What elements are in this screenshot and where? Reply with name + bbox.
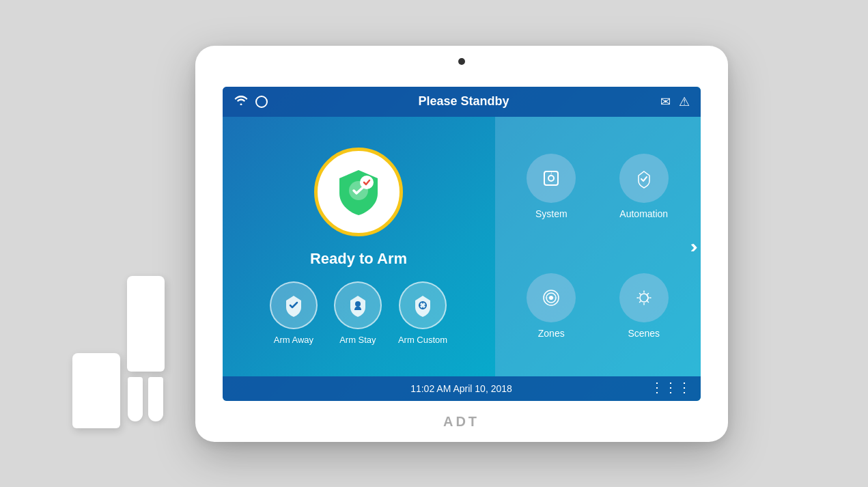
mail-icon[interactable]: ✉ bbox=[660, 94, 671, 109]
wifi-icon bbox=[234, 94, 249, 109]
arm-custom-button[interactable]: Arm Custom bbox=[398, 281, 447, 345]
arm-away-circle bbox=[270, 281, 318, 329]
arm-stay-label: Arm Stay bbox=[339, 335, 376, 345]
bottom-bar: 11:02 AM April 10, 2018 ⋮⋮⋮ bbox=[223, 376, 701, 401]
contact-sensor-1 bbox=[128, 377, 143, 421]
automation-icon-circle bbox=[619, 154, 669, 203]
contact-sensor-2 bbox=[148, 377, 163, 421]
ready-badge[interactable] bbox=[314, 148, 403, 236]
arm-away-label: Arm Away bbox=[274, 335, 313, 345]
devices bbox=[72, 276, 165, 428]
system-icon-circle: i bbox=[527, 154, 576, 203]
ready-label: Ready to Arm bbox=[310, 250, 407, 268]
arm-buttons: Arm Away Arm Stay bbox=[270, 281, 447, 345]
grid-icon[interactable]: ⋮⋮⋮ bbox=[650, 379, 691, 395]
scenes-menu-item[interactable]: Scenes bbox=[598, 273, 690, 339]
automation-menu-item[interactable]: Automation bbox=[598, 154, 690, 219]
zones-menu-item[interactable]: Zones bbox=[506, 273, 598, 339]
status-bar: Please Standby ✉ ⚠ bbox=[223, 87, 701, 117]
arm-away-button[interactable]: Arm Away bbox=[270, 281, 318, 345]
status-icons-left bbox=[234, 94, 268, 109]
camera bbox=[458, 58, 465, 65]
system-label: System bbox=[535, 208, 568, 219]
screen-content: Ready to Arm Arm Away bbox=[223, 117, 701, 376]
svg-point-2 bbox=[355, 301, 361, 307]
next-arrow[interactable]: › bbox=[690, 236, 697, 257]
hub bbox=[127, 276, 165, 372]
left-panel: Ready to Arm Arm Away bbox=[223, 117, 495, 376]
scenes-icon-circle bbox=[619, 273, 669, 322]
arm-custom-circle bbox=[399, 281, 447, 329]
arm-custom-label: Arm Custom bbox=[398, 335, 447, 345]
datetime: 11:02 AM April 10, 2018 bbox=[410, 383, 512, 394]
zones-label: Zones bbox=[538, 328, 565, 339]
status-title: Please Standby bbox=[268, 94, 660, 109]
arm-stay-button[interactable]: Arm Stay bbox=[334, 281, 382, 345]
circle-status-icon bbox=[255, 96, 268, 108]
motion-sensor bbox=[72, 353, 120, 428]
zones-icon-circle bbox=[527, 273, 576, 322]
scenes-label: Scenes bbox=[628, 328, 660, 339]
tablet-panel: Please Standby ✉ ⚠ bbox=[195, 46, 728, 442]
arm-stay-circle bbox=[334, 281, 382, 329]
alert-icon[interactable]: ⚠ bbox=[679, 94, 690, 109]
right-panel: i System Automation bbox=[495, 117, 701, 376]
contact-sensors bbox=[128, 377, 163, 421]
svg-point-5 bbox=[548, 176, 554, 181]
scene: Please Standby ✉ ⚠ bbox=[59, 18, 810, 469]
tablet-screen: Please Standby ✉ ⚠ bbox=[223, 87, 701, 401]
adt-logo: ADT bbox=[443, 414, 479, 430]
automation-label: Automation bbox=[619, 208, 668, 219]
shield-icon bbox=[331, 165, 386, 219]
system-menu-item[interactable]: i System bbox=[506, 154, 598, 219]
status-icons-right: ✉ ⚠ bbox=[660, 94, 690, 109]
